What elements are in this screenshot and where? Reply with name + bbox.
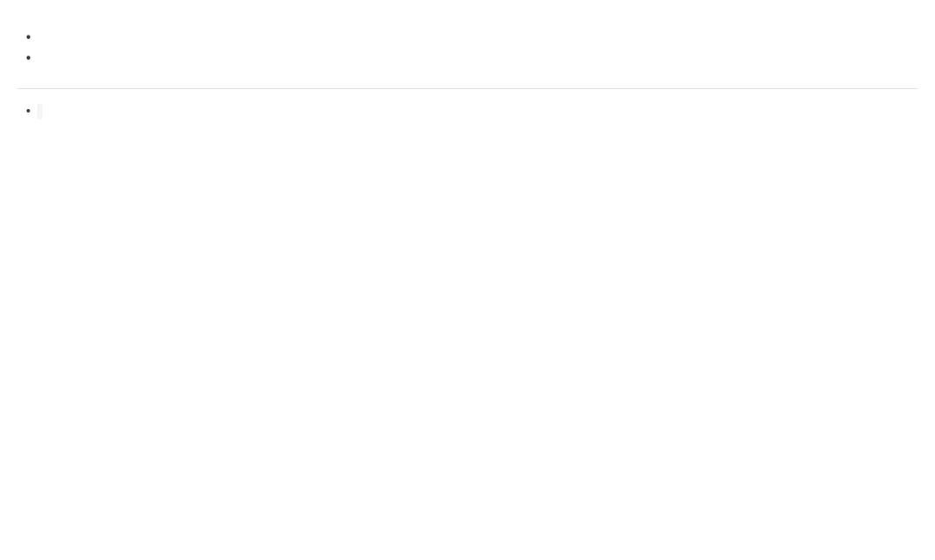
delimiter-item [26, 103, 918, 119]
tactics-heading [17, 83, 918, 89]
principles-list [17, 29, 918, 66]
tactic-1-section [17, 103, 918, 119]
principle-2 [26, 50, 918, 66]
delimiter-list [17, 103, 918, 119]
principle-1 [26, 29, 918, 45]
